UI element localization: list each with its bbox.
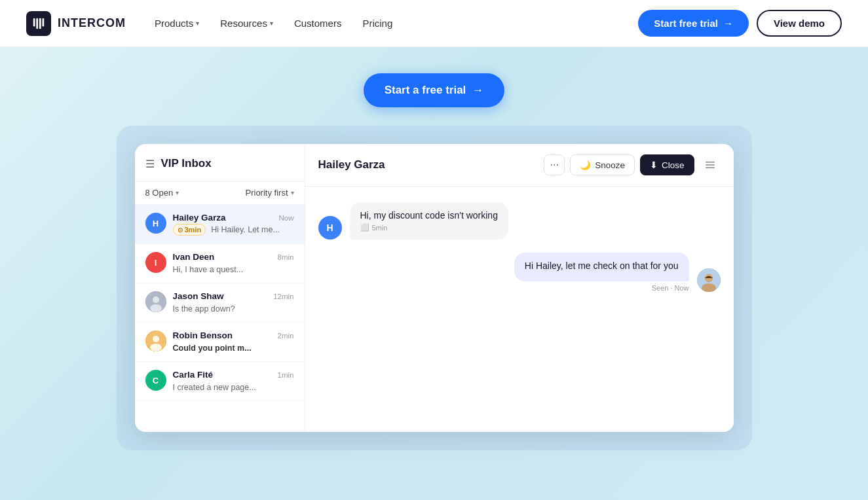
conv-body: Robin Benson 2min Could you point m... (173, 330, 294, 353)
svg-rect-1 (36, 18, 38, 29)
conv-time: 12min (273, 293, 293, 300)
conv-body: Carla Fité 1min I created a new page... (173, 370, 294, 393)
agent-avatar (697, 268, 721, 292)
chevron-down-icon: ▾ (270, 20, 273, 27)
nav-products[interactable]: Products ▾ (147, 12, 207, 34)
message-text: Hi Hailey, let me check on that for you (525, 260, 679, 271)
logo[interactable]: INTERCOM (26, 11, 126, 36)
conv-body: Jason Shaw 12min Is the app down? (173, 291, 294, 314)
conv-preview: Could you point m... (173, 344, 252, 353)
conv-preview: Is the app down? (173, 304, 235, 313)
chat-header: Hailey Garza ··· 🌙 Snooze ⬇ Close (305, 144, 734, 187)
message-meta: ⬜ 5min (360, 223, 498, 232)
message-bubble: Hi Hailey, let me check on that for you (514, 253, 689, 281)
sidebar-title: VIP Inbox (161, 157, 212, 170)
svg-point-5 (153, 296, 159, 303)
conv-name-row: Jason Shaw 12min (173, 291, 294, 301)
conv-name-row: Carla Fité 1min (173, 370, 294, 380)
avatar: I (145, 252, 166, 273)
svg-rect-12 (706, 168, 715, 169)
conv-preview: I created a new page... (173, 383, 256, 392)
snooze-button[interactable]: 🌙 Snooze (570, 154, 635, 175)
message-time: 5min (372, 224, 388, 232)
message-seen: Seen · Now (514, 284, 689, 292)
conv-name: Ivan Deen (173, 252, 215, 262)
message-avatar: H (318, 216, 342, 240)
close-conversation-button[interactable]: ⬇ Close (640, 154, 694, 175)
chevron-down-icon: ▾ (196, 20, 199, 27)
nav-pricing[interactable]: Pricing (354, 12, 400, 34)
svg-point-8 (153, 336, 159, 342)
conversation-item[interactable]: Jason Shaw 12min Is the app down? (135, 283, 305, 323)
conv-body: Ivan Deen 8min Hi, I have a quest... (173, 252, 294, 275)
clock-icon: ⊙ (178, 226, 183, 234)
conv-time: 2min (278, 332, 294, 340)
conv-time: 1min (278, 371, 294, 379)
intercom-logo-svg (31, 16, 46, 31)
logo-icon (26, 11, 51, 36)
svg-rect-11 (706, 164, 715, 166)
conversation-list: H Hailey Garza Now ⊙ 3min Hi Hailey. Let… (135, 205, 305, 432)
demo-card: ☰ VIP Inbox 8 Open ▾ Priority first ▾ H (117, 126, 752, 450)
arrow-right-icon: → (723, 18, 733, 29)
conv-name-row: Ivan Deen 8min (173, 252, 294, 262)
inbox-window: ☰ VIP Inbox 8 Open ▾ Priority first ▾ H (135, 144, 734, 432)
arrow-right-icon: → (472, 84, 483, 97)
open-filter-button[interactable]: 8 Open ▾ (145, 188, 179, 198)
chat-messages: H Hi, my discount code isn't working ⬜ 5… (305, 187, 734, 432)
avatar: C (145, 370, 166, 391)
nav-left: INTERCOM Products ▾ Resources ▾ Customer… (26, 11, 400, 36)
inbox-icon: ☰ (145, 158, 155, 170)
timer-badge: ⊙ 3min (173, 224, 206, 236)
conv-time: Now (278, 214, 293, 222)
conversation-item[interactable]: C Carla Fité 1min I created a new page..… (135, 362, 305, 401)
chevron-down-icon: ▾ (176, 189, 179, 196)
sidebar-toggle-icon[interactable] (700, 154, 721, 175)
avatar (145, 330, 166, 351)
clock-icon: ⬜ (360, 223, 369, 232)
svg-rect-0 (33, 18, 35, 26)
nav-resources[interactable]: Resources ▾ (212, 12, 281, 34)
avatar: H (145, 213, 166, 234)
sidebar-filters: 8 Open ▾ Priority first ▾ (135, 181, 305, 205)
chat-contact-name: Hailey Garza (318, 158, 385, 171)
conv-name-row: Hailey Garza Now (173, 213, 294, 223)
sidebar-header: ☰ VIP Inbox (135, 144, 305, 181)
nav-links: Products ▾ Resources ▾ Customers Pricing (147, 12, 400, 34)
svg-rect-10 (706, 162, 715, 163)
message-row-incoming: H Hi, my discount code isn't working ⬜ 5… (318, 202, 721, 240)
svg-rect-3 (43, 18, 45, 26)
sidebar: ☰ VIP Inbox 8 Open ▾ Priority first ▾ H (135, 144, 305, 432)
chat-actions: ··· 🌙 Snooze ⬇ Close (544, 154, 720, 175)
nav-right: Start free trial → View demo (638, 10, 842, 37)
svg-point-9 (150, 344, 162, 351)
hero-section: Start a free trial → (0, 47, 868, 107)
moon-icon: 🌙 (580, 160, 591, 170)
conversation-item[interactable]: Robin Benson 2min Could you point m... (135, 323, 305, 362)
chevron-down-icon: ▾ (291, 189, 294, 196)
conv-name: Robin Benson (173, 330, 233, 340)
start-trial-button[interactable]: Start free trial → (638, 10, 749, 37)
view-demo-button[interactable]: View demo (757, 10, 842, 37)
conversation-item[interactable]: H Hailey Garza Now ⊙ 3min Hi Hailey. Let… (135, 205, 305, 244)
message-bubble: Hi, my discount code isn't working ⬜ 5mi… (350, 202, 508, 240)
conversation-item[interactable]: I Ivan Deen 8min Hi, I have a quest... (135, 244, 305, 283)
conv-preview: Hi Hailey. Let me... (211, 225, 280, 234)
nav-customers[interactable]: Customers (286, 12, 350, 34)
more-options-button[interactable]: ··· (544, 154, 565, 175)
conv-preview: Hi, I have a quest... (173, 265, 244, 274)
svg-rect-2 (39, 18, 41, 29)
conv-name: Carla Fité (173, 370, 214, 380)
message-bubble-wrap: Hi Hailey, let me check on that for you … (514, 253, 689, 292)
hero-trial-button[interactable]: Start a free trial → (364, 73, 505, 107)
conv-body: Hailey Garza Now ⊙ 3min Hi Hailey. Let m… (173, 213, 294, 236)
priority-filter-button[interactable]: Priority first ▾ (246, 188, 294, 198)
navbar: INTERCOM Products ▾ Resources ▾ Customer… (0, 0, 868, 47)
avatar (145, 291, 166, 312)
conv-name: Hailey Garza (173, 213, 226, 223)
svg-point-6 (150, 304, 162, 312)
conv-time: 8min (278, 253, 294, 261)
conv-name-row: Robin Benson 2min (173, 330, 294, 340)
logo-text: INTERCOM (58, 16, 126, 30)
download-icon: ⬇ (650, 160, 658, 170)
